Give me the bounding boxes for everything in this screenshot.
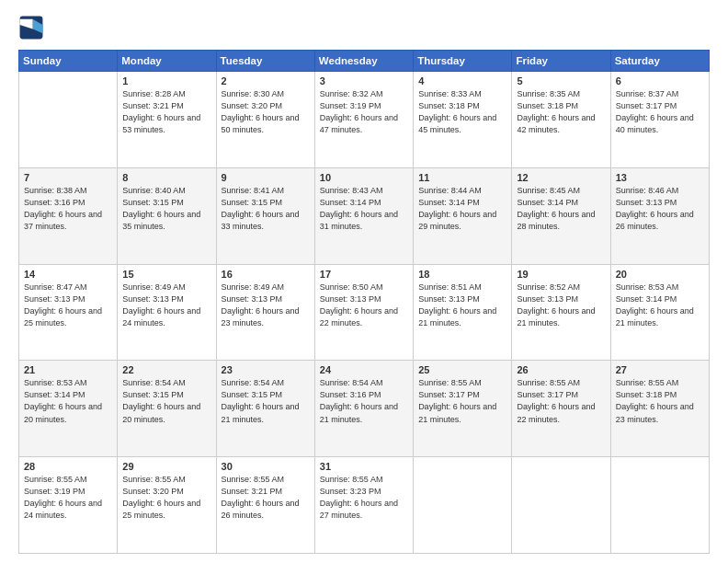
day-info: Sunrise: 8:37 AM Sunset: 3:17 PM Dayligh… xyxy=(616,88,704,136)
calendar-cell: 6Sunrise: 8:37 AM Sunset: 3:17 PM Daylig… xyxy=(610,72,709,168)
calendar-cell: 30Sunrise: 8:55 AM Sunset: 3:21 PM Dayli… xyxy=(216,457,314,554)
day-number: 11 xyxy=(418,172,506,183)
day-number: 18 xyxy=(418,269,506,280)
day-info: Sunrise: 8:54 AM Sunset: 3:15 PM Dayligh… xyxy=(222,377,310,425)
calendar-cell xyxy=(512,457,610,554)
day-number: 10 xyxy=(320,172,408,183)
day-info: Sunrise: 8:55 AM Sunset: 3:18 PM Dayligh… xyxy=(616,377,704,425)
calendar-cell xyxy=(19,72,118,168)
calendar-cell: 22Sunrise: 8:54 AM Sunset: 3:15 PM Dayli… xyxy=(118,361,216,457)
header-thursday: Thursday xyxy=(414,51,512,72)
day-number: 30 xyxy=(222,461,310,472)
day-number: 2 xyxy=(222,75,310,86)
calendar-cell: 13Sunrise: 8:46 AM Sunset: 3:13 PM Dayli… xyxy=(610,167,709,264)
day-info: Sunrise: 8:49 AM Sunset: 3:13 PM Dayligh… xyxy=(122,282,210,329)
calendar-cell: 25Sunrise: 8:55 AM Sunset: 3:17 PM Dayli… xyxy=(414,361,512,457)
header-saturday: Saturday xyxy=(610,51,709,72)
header-row: SundayMondayTuesdayWednesdayThursdayFrid… xyxy=(19,51,710,72)
day-info: Sunrise: 8:54 AM Sunset: 3:15 PM Dayligh… xyxy=(122,377,210,425)
calendar-table: SundayMondayTuesdayWednesdayThursdayFrid… xyxy=(18,50,710,554)
day-info: Sunrise: 8:53 AM Sunset: 3:14 PM Dayligh… xyxy=(24,377,112,425)
calendar-cell: 17Sunrise: 8:50 AM Sunset: 3:13 PM Dayli… xyxy=(314,264,413,361)
day-info: Sunrise: 8:55 AM Sunset: 3:17 PM Dayligh… xyxy=(418,377,506,425)
calendar-cell: 4Sunrise: 8:33 AM Sunset: 3:18 PM Daylig… xyxy=(414,72,512,168)
logo xyxy=(18,15,48,40)
day-number: 25 xyxy=(418,364,506,375)
week-row-2: 7Sunrise: 8:38 AM Sunset: 3:16 PM Daylig… xyxy=(19,167,710,264)
day-number: 14 xyxy=(24,269,112,280)
day-info: Sunrise: 8:33 AM Sunset: 3:18 PM Dayligh… xyxy=(418,88,506,136)
day-info: Sunrise: 8:55 AM Sunset: 3:21 PM Dayligh… xyxy=(222,474,310,522)
day-number: 26 xyxy=(517,364,605,375)
calendar-cell: 20Sunrise: 8:53 AM Sunset: 3:14 PM Dayli… xyxy=(610,264,709,361)
day-info: Sunrise: 8:28 AM Sunset: 3:21 PM Dayligh… xyxy=(122,88,210,136)
calendar-cell: 26Sunrise: 8:55 AM Sunset: 3:17 PM Dayli… xyxy=(512,361,610,457)
calendar-cell: 1Sunrise: 8:28 AM Sunset: 3:21 PM Daylig… xyxy=(118,72,216,168)
header-monday: Monday xyxy=(118,51,216,72)
day-number: 17 xyxy=(320,269,408,280)
day-info: Sunrise: 8:55 AM Sunset: 3:23 PM Dayligh… xyxy=(320,474,408,522)
day-info: Sunrise: 8:54 AM Sunset: 3:16 PM Dayligh… xyxy=(320,377,408,425)
week-row-4: 21Sunrise: 8:53 AM Sunset: 3:14 PM Dayli… xyxy=(19,361,710,457)
day-number: 27 xyxy=(616,364,704,375)
calendar-cell: 2Sunrise: 8:30 AM Sunset: 3:20 PM Daylig… xyxy=(216,72,314,168)
calendar-cell: 16Sunrise: 8:49 AM Sunset: 3:13 PM Dayli… xyxy=(216,264,314,361)
day-info: Sunrise: 8:41 AM Sunset: 3:15 PM Dayligh… xyxy=(222,185,310,233)
day-info: Sunrise: 8:50 AM Sunset: 3:13 PM Dayligh… xyxy=(320,282,408,329)
day-info: Sunrise: 8:46 AM Sunset: 3:13 PM Dayligh… xyxy=(616,185,704,233)
header xyxy=(18,15,710,40)
calendar-cell: 31Sunrise: 8:55 AM Sunset: 3:23 PM Dayli… xyxy=(314,457,413,554)
calendar-cell xyxy=(610,457,709,554)
day-number: 15 xyxy=(122,269,210,280)
calendar-cell: 19Sunrise: 8:52 AM Sunset: 3:13 PM Dayli… xyxy=(512,264,610,361)
week-row-1: 1Sunrise: 8:28 AM Sunset: 3:21 PM Daylig… xyxy=(19,72,710,168)
day-number: 20 xyxy=(616,269,704,280)
day-number: 13 xyxy=(616,172,704,183)
day-info: Sunrise: 8:47 AM Sunset: 3:13 PM Dayligh… xyxy=(24,282,112,329)
day-info: Sunrise: 8:49 AM Sunset: 3:13 PM Dayligh… xyxy=(222,282,310,329)
day-info: Sunrise: 8:55 AM Sunset: 3:20 PM Dayligh… xyxy=(122,474,210,522)
calendar-cell: 21Sunrise: 8:53 AM Sunset: 3:14 PM Dayli… xyxy=(19,361,118,457)
day-number: 19 xyxy=(517,269,605,280)
calendar-cell: 10Sunrise: 8:43 AM Sunset: 3:14 PM Dayli… xyxy=(314,167,413,264)
header-friday: Friday xyxy=(512,51,610,72)
day-number: 31 xyxy=(320,461,408,472)
calendar-cell: 3Sunrise: 8:32 AM Sunset: 3:19 PM Daylig… xyxy=(314,72,413,168)
day-number: 7 xyxy=(24,172,112,183)
day-number: 9 xyxy=(222,172,310,183)
day-number: 24 xyxy=(320,364,408,375)
day-number: 22 xyxy=(122,364,210,375)
day-number: 29 xyxy=(122,461,210,472)
day-info: Sunrise: 8:43 AM Sunset: 3:14 PM Dayligh… xyxy=(320,185,408,233)
day-info: Sunrise: 8:38 AM Sunset: 3:16 PM Dayligh… xyxy=(24,185,112,233)
header-sunday: Sunday xyxy=(19,51,118,72)
calendar-cell: 18Sunrise: 8:51 AM Sunset: 3:13 PM Dayli… xyxy=(414,264,512,361)
day-info: Sunrise: 8:53 AM Sunset: 3:14 PM Dayligh… xyxy=(616,282,704,329)
calendar-cell xyxy=(414,457,512,554)
calendar-cell: 23Sunrise: 8:54 AM Sunset: 3:15 PM Dayli… xyxy=(216,361,314,457)
calendar-cell: 7Sunrise: 8:38 AM Sunset: 3:16 PM Daylig… xyxy=(19,167,118,264)
day-number: 16 xyxy=(222,269,310,280)
week-row-5: 28Sunrise: 8:55 AM Sunset: 3:19 PM Dayli… xyxy=(19,457,710,554)
calendar-cell: 9Sunrise: 8:41 AM Sunset: 3:15 PM Daylig… xyxy=(216,167,314,264)
calendar-cell: 28Sunrise: 8:55 AM Sunset: 3:19 PM Dayli… xyxy=(19,457,118,554)
calendar-cell: 27Sunrise: 8:55 AM Sunset: 3:18 PM Dayli… xyxy=(610,361,709,457)
day-number: 4 xyxy=(418,75,506,86)
day-info: Sunrise: 8:55 AM Sunset: 3:17 PM Dayligh… xyxy=(517,377,605,425)
page: SundayMondayTuesdayWednesdayThursdayFrid… xyxy=(0,0,728,563)
day-number: 6 xyxy=(616,75,704,86)
day-info: Sunrise: 8:45 AM Sunset: 3:14 PM Dayligh… xyxy=(517,185,605,233)
day-number: 21 xyxy=(24,364,112,375)
day-number: 8 xyxy=(122,172,210,183)
day-number: 1 xyxy=(122,75,210,86)
header-tuesday: Tuesday xyxy=(216,51,314,72)
calendar-cell: 29Sunrise: 8:55 AM Sunset: 3:20 PM Dayli… xyxy=(118,457,216,554)
logo-icon xyxy=(18,15,44,40)
calendar-cell: 8Sunrise: 8:40 AM Sunset: 3:15 PM Daylig… xyxy=(118,167,216,264)
day-number: 28 xyxy=(24,461,112,472)
day-number: 12 xyxy=(517,172,605,183)
day-info: Sunrise: 8:35 AM Sunset: 3:18 PM Dayligh… xyxy=(517,88,605,136)
day-number: 5 xyxy=(517,75,605,86)
day-number: 3 xyxy=(320,75,408,86)
day-number: 23 xyxy=(222,364,310,375)
